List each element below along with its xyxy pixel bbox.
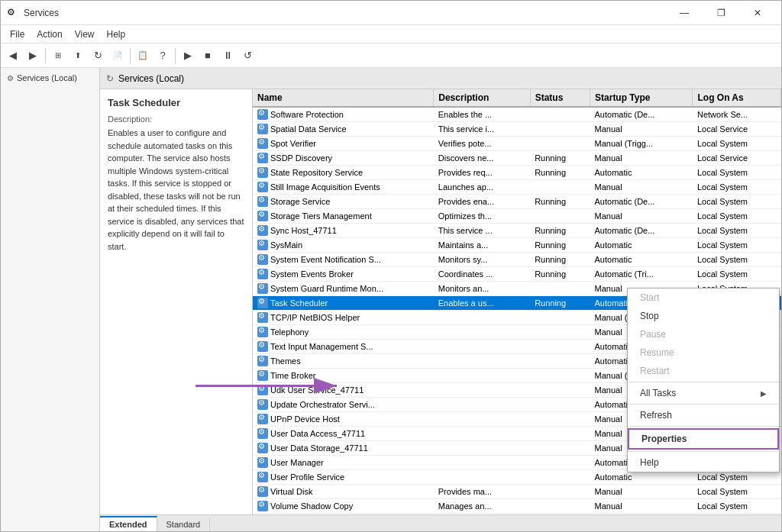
table-row[interactable]: Spot Verifier Verifies pote... Manual (T…: [253, 137, 781, 151]
service-icon: [257, 225, 268, 236]
cell-desc: Enables the ...: [434, 107, 530, 122]
context-menu: StartStopPauseResumeRestartAll Tasks▶Ref…: [627, 288, 780, 472]
cell-name: SysMain: [253, 238, 434, 253]
cell-status: Running: [530, 151, 590, 166]
toolbar-show-hide-button[interactable]: ⊞: [49, 47, 67, 65]
col-logon[interactable]: Log On As: [693, 89, 781, 107]
cell-status: Running: [530, 238, 590, 253]
menu-help[interactable]: Help: [101, 27, 132, 41]
cell-desc: [434, 441, 530, 456]
cell-status: [530, 209, 590, 224]
cell-startup: Manual: [590, 180, 693, 195]
cell-logon: Local System: [693, 209, 781, 224]
col-status[interactable]: Status: [530, 89, 590, 107]
cell-desc: [434, 456, 530, 470]
menu-action[interactable]: Action: [31, 27, 68, 41]
nav-item-services-local[interactable]: ⚙ Services (Local): [4, 71, 96, 85]
toolbar-back-button[interactable]: ◀: [4, 47, 22, 65]
table-row[interactable]: Volume Shadow Copy Manages an... Manual …: [253, 499, 781, 514]
cell-name: SSDP Discovery: [253, 151, 434, 166]
context-menu-item-label: Help: [640, 457, 659, 468]
table-row[interactable]: Sync Host_47711 This service ... Running…: [253, 224, 781, 238]
cell-startup: Automatic (Tri...: [590, 267, 693, 282]
table-row[interactable]: Spatial Data Service This service i... M…: [253, 122, 781, 137]
cell-status: [530, 354, 590, 369]
toolbar-properties-button[interactable]: 📋: [134, 47, 152, 65]
context-menu-item[interactable]: Refresh: [628, 406, 779, 424]
cell-status: [530, 325, 590, 340]
service-icon: [257, 341, 268, 352]
context-menu-item-label: Start: [640, 292, 659, 303]
cell-desc: Provides req...: [434, 166, 530, 180]
context-menu-separator: [628, 382, 779, 382]
cell-desc: Provides ena...: [434, 195, 530, 209]
context-menu-item: Pause: [628, 325, 779, 343]
toolbar-separator-3: [175, 48, 176, 63]
table-row[interactable]: State Repository Service Provides req...…: [253, 166, 781, 180]
maximize-button[interactable]: ❐: [703, 4, 738, 22]
desc-label: Description:: [108, 114, 244, 124]
context-menu-item[interactable]: Help: [628, 453, 779, 472]
context-menu-item-label: Restart: [640, 366, 670, 376]
toolbar-up-button[interactable]: ⬆: [69, 47, 87, 65]
toolbar-restart-button[interactable]: ↺: [238, 47, 257, 65]
cell-logon: Network Se...: [693, 107, 781, 122]
cell-status: Running: [530, 296, 590, 311]
tab-extended[interactable]: Extended: [100, 516, 157, 531]
cell-startup: Automatic (De...: [590, 107, 693, 122]
table-row[interactable]: SysMain Maintains a... Running Automatic…: [253, 238, 781, 253]
cell-desc: [434, 427, 530, 441]
cell-status: [530, 340, 590, 354]
context-menu-item[interactable]: All Tasks▶: [628, 384, 779, 402]
cell-name: State Repository Service: [253, 166, 434, 180]
context-menu-item[interactable]: Properties: [628, 428, 779, 450]
cell-startup: Automatic (De...: [590, 195, 693, 209]
cell-name: Spatial Data Service: [253, 122, 434, 137]
menu-view[interactable]: View: [69, 27, 101, 41]
cell-status: [530, 470, 590, 485]
cell-desc: Monitors sy...: [434, 253, 530, 267]
cell-desc: This service i...: [434, 122, 530, 137]
toolbar-forward-button[interactable]: ▶: [24, 47, 42, 65]
col-desc[interactable]: Description: [434, 89, 530, 107]
cell-name: User Data Access_47711: [253, 427, 434, 441]
table-row[interactable]: System Events Broker Coordinates ... Run…: [253, 267, 781, 282]
service-icon: [257, 283, 268, 294]
toolbar-pause-button[interactable]: ⏸: [218, 47, 237, 65]
toolbar-export-button[interactable]: 📄: [108, 47, 127, 65]
minimize-button[interactable]: —: [667, 4, 702, 22]
window-title: Services: [24, 8, 667, 18]
cell-status: [530, 180, 590, 195]
close-button[interactable]: ✕: [740, 4, 775, 22]
table-row[interactable]: Virtual Disk Provides ma... Manual Local…: [253, 485, 781, 499]
context-menu-separator: [628, 404, 779, 405]
table-row[interactable]: Storage Tiers Management Optimizes th...…: [253, 209, 781, 224]
description-pane: Task Scheduler Description: Enables a us…: [100, 89, 253, 514]
cell-desc: [434, 470, 530, 485]
table-row[interactable]: Still Image Acquisition Events Launches …: [253, 180, 781, 195]
title-bar-controls: — ❐ ✕: [667, 4, 775, 22]
toolbar-help-button[interactable]: ?: [153, 47, 172, 65]
cell-logon: Local System: [693, 238, 781, 253]
toolbar-refresh-button[interactable]: ↻: [89, 47, 107, 65]
table-row[interactable]: System Event Notification S... Monitors …: [253, 253, 781, 267]
toolbar-start-button[interactable]: ▶: [179, 47, 197, 65]
cell-name: Storage Service: [253, 195, 434, 209]
table-row[interactable]: Software Protection Enables the ... Auto…: [253, 107, 781, 122]
service-icon: [257, 211, 268, 221]
table-row[interactable]: Storage Service Provides ena... Running …: [253, 195, 781, 209]
menu-file[interactable]: File: [4, 27, 31, 41]
col-startup[interactable]: Startup Type: [590, 89, 693, 107]
col-name[interactable]: Name: [253, 89, 434, 107]
cell-logon: Local System: [693, 267, 781, 282]
cell-name: Still Image Acquisition Events: [253, 180, 434, 195]
cell-desc: Optimizes th...: [434, 209, 530, 224]
cell-logon: Local System: [693, 180, 781, 195]
table-row[interactable]: SSDP Discovery Discovers ne... Running M…: [253, 151, 781, 166]
cell-status: Running: [530, 166, 590, 180]
context-menu-item: Resume: [628, 343, 779, 362]
breadcrumb-icon: ↻: [106, 73, 114, 84]
toolbar-stop-button[interactable]: ■: [199, 47, 217, 65]
context-menu-item[interactable]: Stop: [628, 307, 779, 325]
tab-standard[interactable]: Standard: [157, 517, 211, 531]
